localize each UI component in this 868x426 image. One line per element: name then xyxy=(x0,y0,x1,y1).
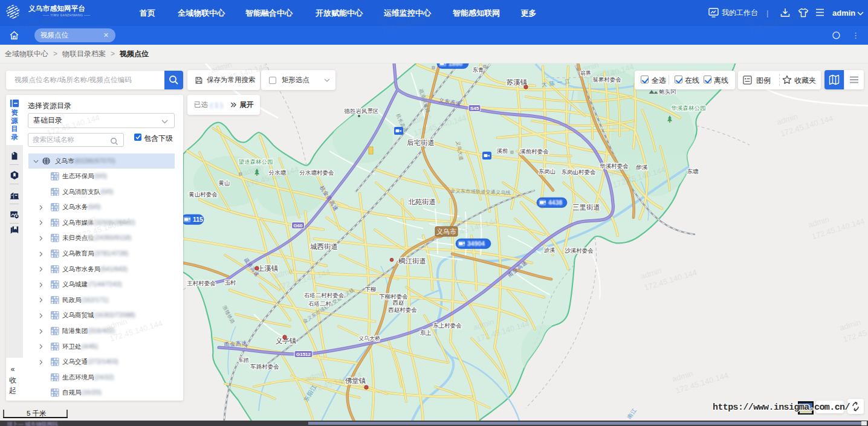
svg-text:东塘: 东塘 xyxy=(687,168,699,175)
svg-text:S45: S45 xyxy=(470,106,479,111)
svg-text:东岗山村委会: 东岗山村委会 xyxy=(562,169,597,175)
svg-text:溪前: 溪前 xyxy=(497,147,509,154)
svg-text:城西街道: 城西街道 xyxy=(310,243,338,250)
svg-text:https://www.insigma.com.cn/: https://www.insigma.com.cn/ xyxy=(713,402,850,413)
svg-text:分水塘: 分水塘 xyxy=(268,169,287,176)
svg-text:王村村委会: 王村村委会 xyxy=(187,280,216,286)
svg-text:沙溪村委会: 沙溪村委会 xyxy=(565,247,594,254)
svg-text:后宅街道: 后宅街道 xyxy=(407,139,435,146)
svg-text:稠江街道: 稠江街道 xyxy=(398,257,426,265)
svg-text:黄山: 黄山 xyxy=(219,179,230,186)
svg-text:G60: G60 xyxy=(293,223,303,228)
svg-text:三里街道: 三里街道 xyxy=(572,204,600,211)
svg-text:佛堂镇: 佛堂镇 xyxy=(345,377,366,384)
svg-text:西赵: 西赵 xyxy=(393,299,404,306)
svg-text:东岗山: 东岗山 xyxy=(539,168,556,175)
svg-text:西赵村委会: 西赵村委会 xyxy=(388,306,417,313)
svg-text:沙溪: 沙溪 xyxy=(543,247,555,253)
svg-text:黄山村委会: 黄山村委会 xyxy=(189,191,218,198)
svg-text:翁界村委会: 翁界村委会 xyxy=(592,76,621,83)
svg-text:115: 115 xyxy=(193,216,203,223)
svg-text:4438: 4438 xyxy=(548,199,563,206)
svg-text:苏溪镇: 苏溪镇 xyxy=(507,79,528,86)
svg-text:车路村委会: 车路村委会 xyxy=(250,363,279,370)
svg-text:华溪森林公园: 华溪森林公园 xyxy=(672,105,706,111)
svg-text:车踏: 车踏 xyxy=(238,357,249,363)
svg-text:溪前村委会: 溪前村委会 xyxy=(520,148,549,155)
svg-text:王村: 王村 xyxy=(225,279,237,286)
svg-text:石塔二村: 石塔二村 xyxy=(308,300,332,307)
svg-text:德胜岩风景区: 德胜岩风景区 xyxy=(344,108,379,114)
svg-text:望道森林公园: 望道森林公园 xyxy=(239,158,273,165)
svg-text:东上: 东上 xyxy=(420,329,432,336)
svg-text:分水塘村委会: 分水塘村委会 xyxy=(299,169,335,176)
svg-text:上溪镇: 上溪镇 xyxy=(257,265,279,272)
svg-text:翁界: 翁界 xyxy=(580,70,591,76)
svg-text:华溪村委会: 华溪村委会 xyxy=(600,163,629,169)
svg-text:义乌大桥: 义乌大桥 xyxy=(358,335,380,341)
svg-text:北苑街道: 北苑街道 xyxy=(408,198,436,205)
svg-text:石塔二村村委会: 石塔二村村委会 xyxy=(304,292,345,299)
svg-text:东上村委会: 东上村委会 xyxy=(433,322,462,329)
svg-text:东青: 东青 xyxy=(473,66,484,73)
svg-text:义乌市: 义乌市 xyxy=(436,228,456,235)
svg-text:G1512: G1512 xyxy=(296,352,311,357)
svg-text:下柳: 下柳 xyxy=(365,286,377,292)
svg-text:34904: 34904 xyxy=(467,240,485,247)
